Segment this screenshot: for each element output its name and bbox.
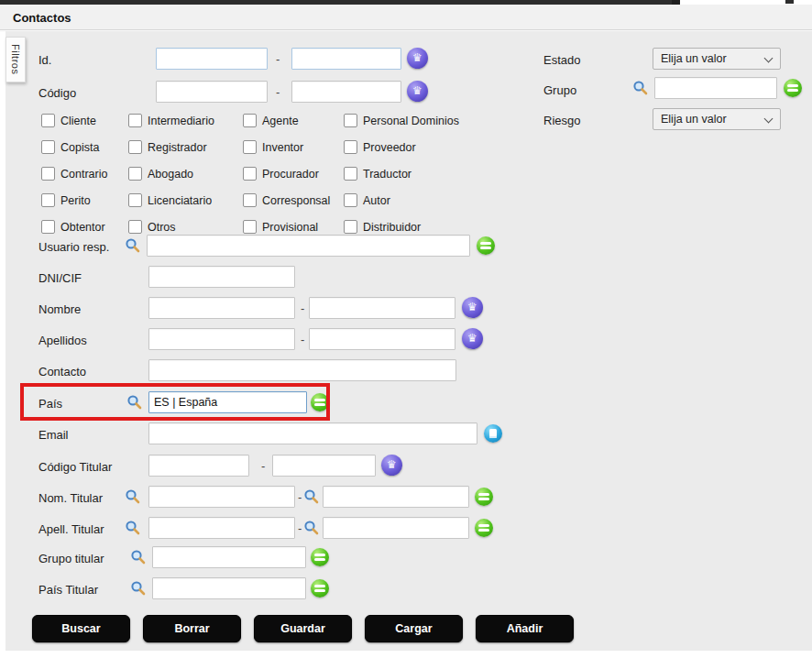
- checkbox-distribuidor[interactable]: [344, 220, 357, 234]
- apell-titular-search-icon[interactable]: [125, 520, 141, 536]
- checkbox-perito[interactable]: [41, 193, 55, 207]
- anadir-button[interactable]: Añadir: [476, 615, 574, 642]
- apellidos-to-input[interactable]: [309, 328, 455, 350]
- usuario-resp-label: Usuario resp.: [38, 240, 109, 254]
- usuario-resp-input[interactable]: [147, 235, 470, 257]
- nombre-range-dash: -: [301, 302, 304, 315]
- grupo-search-icon[interactable]: [632, 80, 649, 96]
- usuario-resp-search-icon[interactable]: [125, 237, 141, 254]
- id-label: Id.: [38, 53, 51, 67]
- page-title: Contactos: [13, 11, 71, 25]
- apellidos-wildcard-icon[interactable]: ♛: [462, 328, 483, 349]
- checkbox-proveedor-label: Proveedor: [363, 141, 416, 154]
- checkbox-autor[interactable]: [344, 193, 357, 207]
- id-from-input[interactable]: [156, 48, 268, 70]
- borrar-button[interactable]: Borrar: [143, 615, 241, 642]
- email-field[interactable]: [148, 422, 477, 444]
- nom-titular-from-input[interactable]: [148, 486, 295, 508]
- checkbox-provisional-label: Provisional: [262, 221, 318, 234]
- pais-label: País: [38, 397, 62, 411]
- apellidos-from-input[interactable]: [148, 328, 295, 350]
- checkbox-provisional[interactable]: [243, 220, 257, 234]
- estado-label: Estado: [543, 53, 580, 67]
- checkbox-licenciatario[interactable]: [128, 193, 142, 207]
- nombre-label: Nombre: [38, 302, 81, 316]
- usuario-resp-clear-icon[interactable]: [477, 236, 495, 255]
- estado-select-value: Elija un valor: [661, 52, 727, 65]
- checkbox-perito-label: Perito: [60, 194, 91, 207]
- checkbox-agente[interactable]: [243, 114, 257, 127]
- checkbox-proveedor[interactable]: [344, 140, 357, 154]
- checkbox-personal-dominios[interactable]: [344, 114, 357, 127]
- nom-titular-range-dash: -: [298, 490, 302, 504]
- nom-titular-clear-icon[interactable]: [475, 488, 493, 506]
- checkbox-procurador-label: Procurador: [262, 168, 319, 181]
- codigo-titular-to-input[interactable]: [272, 455, 376, 477]
- nombre-from-input[interactable]: [148, 297, 295, 319]
- apellidos-range-dash: -: [301, 333, 304, 346]
- checkbox-contrario-label: Contrario: [60, 168, 107, 181]
- apell-titular-search-icon-2[interactable]: [303, 520, 320, 536]
- guardar-button[interactable]: Guardar: [254, 615, 352, 642]
- checkbox-abogado[interactable]: [128, 167, 142, 181]
- dni-cif-input[interactable]: [148, 266, 295, 288]
- panel-header: Contactos: [0, 5, 812, 30]
- checkbox-obtentor-label: Obtentor: [60, 221, 105, 234]
- checkbox-traductor[interactable]: [344, 167, 357, 181]
- pais-input[interactable]: [148, 391, 307, 413]
- checkbox-inventor[interactable]: [243, 140, 257, 154]
- email-mail-icon[interactable]: [484, 424, 502, 443]
- pais-clear-icon[interactable]: [311, 393, 329, 411]
- checkbox-cliente[interactable]: [41, 114, 55, 127]
- codigo-titular-wildcard-icon[interactable]: ♛: [381, 455, 402, 476]
- id-to-input[interactable]: [291, 48, 401, 70]
- pais-titular-clear-icon[interactable]: [311, 579, 329, 598]
- checkbox-registrador[interactable]: [128, 140, 142, 154]
- apell-titular-to-input[interactable]: [323, 517, 469, 539]
- grupo-titular-clear-icon[interactable]: [311, 548, 329, 566]
- checkbox-personal-dominios-label: Personal Dominios: [363, 115, 459, 127]
- nombre-wildcard-icon[interactable]: ♛: [462, 297, 483, 318]
- codigo-from-input[interactable]: [156, 81, 268, 103]
- checkbox-corresponsal[interactable]: [243, 193, 257, 207]
- grupo-input[interactable]: [654, 77, 777, 99]
- codigo-titular-from-input[interactable]: [148, 455, 249, 477]
- checkbox-intermediario[interactable]: [128, 114, 142, 127]
- checkbox-contrario[interactable]: [41, 167, 55, 181]
- checkbox-obtentor[interactable]: [41, 220, 55, 234]
- riesgo-select-value: Elija un valor: [661, 113, 727, 126]
- email-label: Email: [38, 428, 69, 442]
- grupo-titular-label: Grupo titular: [38, 552, 104, 565]
- cargar-button[interactable]: Cargar: [365, 615, 463, 642]
- grupo-clear-icon[interactable]: [784, 79, 802, 97]
- checkbox-otros[interactable]: [128, 220, 142, 234]
- pais-titular-search-icon[interactable]: [130, 580, 147, 597]
- apellidos-label: Apellidos: [38, 334, 87, 347]
- nom-titular-search-icon[interactable]: [125, 488, 141, 505]
- contacto-input[interactable]: [148, 359, 456, 381]
- apell-titular-from-input[interactable]: [148, 517, 295, 539]
- nombre-to-input[interactable]: [309, 297, 455, 319]
- contacto-label: Contacto: [38, 365, 86, 378]
- checkbox-copista-label: Copista: [60, 141, 99, 154]
- buscar-button[interactable]: Buscar: [32, 615, 130, 642]
- nom-titular-search-icon-2[interactable]: [303, 488, 320, 505]
- checkbox-procurador[interactable]: [243, 167, 257, 181]
- estado-select[interactable]: Elija un valor: [653, 48, 781, 70]
- checkbox-distribuidor-label: Distribuidor: [363, 221, 421, 234]
- codigo-to-input[interactable]: [291, 81, 401, 103]
- pais-titular-input[interactable]: [152, 577, 306, 599]
- riesgo-select[interactable]: Elija un valor: [653, 108, 781, 130]
- pais-search-icon[interactable]: [126, 394, 143, 411]
- checkbox-intermediario-label: Intermediario: [148, 115, 214, 127]
- nom-titular-to-input[interactable]: [323, 486, 469, 508]
- checkbox-copista[interactable]: [41, 140, 55, 154]
- grupo-titular-input[interactable]: [152, 546, 306, 568]
- apell-titular-clear-icon[interactable]: [475, 519, 493, 537]
- id-wildcard-icon[interactable]: ♛: [407, 48, 428, 69]
- tab-filtros[interactable]: Filtros: [5, 37, 26, 82]
- grupo-titular-search-icon[interactable]: [130, 549, 147, 565]
- checkbox-otros-label: Otros: [148, 221, 176, 234]
- checkbox-agente-label: Agente: [262, 115, 299, 127]
- codigo-wildcard-icon[interactable]: ♛: [407, 81, 428, 102]
